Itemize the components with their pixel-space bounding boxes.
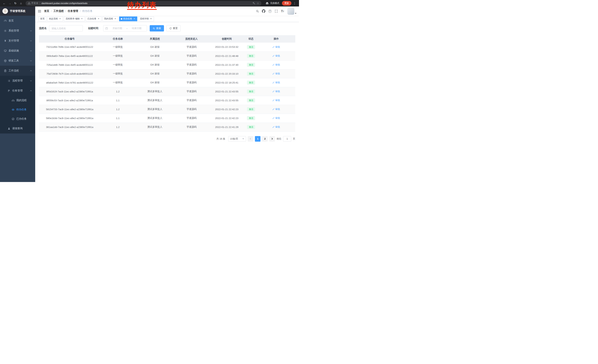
edit-pencil-icon [272,90,274,93]
breadcrumb-current: 待办任务 [82,9,93,13]
tab-process-detail[interactable]: 流程详情× [138,16,154,21]
edit-pencil-icon [272,46,274,48]
edit-pencil-icon [272,64,274,66]
github-icon[interactable] [261,8,266,15]
fullscreen-icon[interactable] [273,8,279,15]
browser-home-icon[interactable]: ⌂ [18,1,23,6]
sidebar-item-done-task[interactable]: 已办任务 [0,114,35,123]
start-date-placeholder[interactable]: 开始日期 [109,27,125,30]
update-chip[interactable]: 更新 [282,1,291,6]
avatar[interactable] [287,8,294,15]
sidebar-item-leave-query[interactable]: 请假查询 [0,123,35,133]
status-badge: 激活 [247,98,255,102]
approve-link[interactable]: 审批 [272,81,280,84]
font-size-icon[interactable]: TT [280,8,285,15]
approve-link[interactable]: 审批 [272,116,280,120]
approve-link[interactable]: 审批 [272,72,280,75]
tab-done-task[interactable]: 已办任务× [86,16,101,21]
cell-task-name: 1.2 [100,122,135,131]
search-icon[interactable] [254,8,260,15]
bookmark-star-icon[interactable]: ☆ [257,2,259,5]
browser-back-icon[interactable]: ← [2,1,7,6]
filter-bar: 流程名 创建时间 开始日期 - 结束日期 搜索 重置 [39,25,295,32]
tab-home[interactable]: 首页 [39,16,46,21]
workflow-submenu: 流程管理 任务管理 我的流程 待办任务 [0,76,35,133]
cube-icon [4,59,7,62]
approve-link[interactable]: 审批 [272,99,280,102]
cell-action: 审批 [257,43,295,51]
status-badge: 激活 [247,72,255,76]
process-name-input[interactable] [49,25,83,32]
tab-todo-task[interactable]: 待办任务× [119,16,137,21]
status-badge: 激活 [247,45,255,49]
page-button-2[interactable]: 2 [262,136,268,142]
page-button-1[interactable]: 1 [255,136,260,142]
edit-pencil-icon [272,99,274,101]
sidebar-item-workflow[interactable]: 工作流程 [0,66,35,76]
cell-action: 审批 [257,114,295,122]
cell-created: 2022-01-22 23:53:32 [208,43,245,51]
edit-pencil-icon [272,73,274,75]
approve-link[interactable]: 审批 [272,63,280,66]
approve-link[interactable]: 审批 [272,45,280,49]
hamburger-icon[interactable] [35,7,44,16]
user-menu[interactable] [287,8,296,15]
date-range-picker[interactable]: 开始日期 - 结束日期 [103,25,147,32]
close-tab-icon[interactable]: × [81,18,83,20]
close-tab-icon[interactable]: × [97,18,100,20]
browser-forward-icon[interactable]: → [8,1,12,6]
prev-page-button[interactable] [248,136,253,142]
sidebar-item-todo-task[interactable]: 待办任务 [0,105,35,114]
cell-task-id: 725a1eb6-7b88-11ec-8ef0-acde48001122 [39,60,100,69]
close-tab-icon[interactable]: × [59,18,61,20]
password-key-icon[interactable] [252,2,255,5]
sidebar-item-infra[interactable]: 基础设施 [0,46,35,56]
close-tab-icon[interactable]: × [133,18,136,20]
logo[interactable]: 芋道管理系统 [0,7,35,16]
sidebar-item-label: 待办任务 [16,108,27,111]
app-root: 芋道管理系统 首页 系统管理 ¥ 支付管理 基础设施 [0,7,299,182]
sidebar-item-payment[interactable]: ¥ 支付管理 [0,36,35,46]
approve-link[interactable]: 审批 [272,54,280,57]
next-page-button[interactable] [269,136,275,142]
approve-link[interactable]: 审批 [272,108,280,111]
app-title: 芋道管理系统 [10,9,25,13]
sidebar-item-system[interactable]: 系统管理 [0,26,35,36]
sidebar-item-label: 系统管理 [8,29,19,32]
tab-my-process[interactable]: 我的流程× [102,16,118,21]
address-bar[interactable]: 不安全 dashboard.yudao.iocoder.cn/bpm/task/… [25,1,261,6]
reset-button[interactable]: 重置 [166,25,181,32]
close-tab-icon[interactable]: × [114,18,116,20]
chevron-up-icon [30,90,32,92]
end-date-placeholder[interactable]: 结束日期 [129,27,145,30]
tab-start-process[interactable]: 发起流程× [47,16,63,21]
active-tab-dot [121,18,122,20]
sidebar-item-task-mgmt[interactable]: 任务管理 [0,86,35,96]
cell-created: 2022-01-21 22:42:23 [208,105,245,114]
sidebar-item-my-process[interactable]: 我的流程 [0,96,35,105]
page-size-select[interactable]: 10条/页 [228,136,246,142]
security-chip[interactable]: 不安全 [28,2,38,5]
help-icon[interactable]: ? [267,8,273,15]
search-button[interactable]: 搜索 [150,25,164,32]
approve-link[interactable]: 审批 [272,90,280,93]
approve-link[interactable]: 审批 [272,125,280,129]
close-tab-icon[interactable]: × [150,18,152,20]
main-area: 首页 / 工作流程 / 任务管理 / 待办任务 ? TT [35,7,299,182]
goto-page-input[interactable] [283,136,291,142]
sidebar-item-process-mgmt[interactable]: 流程管理 [0,76,35,86]
browser-menu-icon[interactable]: ⋮ [292,2,297,5]
cell-action: 审批 [257,51,295,60]
cell-initiator: 芋道源码 [174,122,208,131]
breadcrumb-task-mgmt: 任务管理 [68,9,78,13]
tab-form-editor[interactable]: 流程表单-编辑× [64,16,85,21]
cell-initiator: 芋道源码 [174,87,208,96]
browser-reload-icon[interactable]: ↻ [13,1,18,6]
sidebar-item-devtools[interactable]: 研发工具 [0,56,35,66]
refresh-icon [169,27,172,30]
chevron-up-icon [30,70,32,72]
sidebar-item-label: 已办任务 [16,117,27,121]
breadcrumb-home[interactable]: 首页 [44,9,49,13]
sidebar-item-home[interactable]: 首页 [0,16,35,26]
goto-unit-label: 页 [293,137,295,140]
